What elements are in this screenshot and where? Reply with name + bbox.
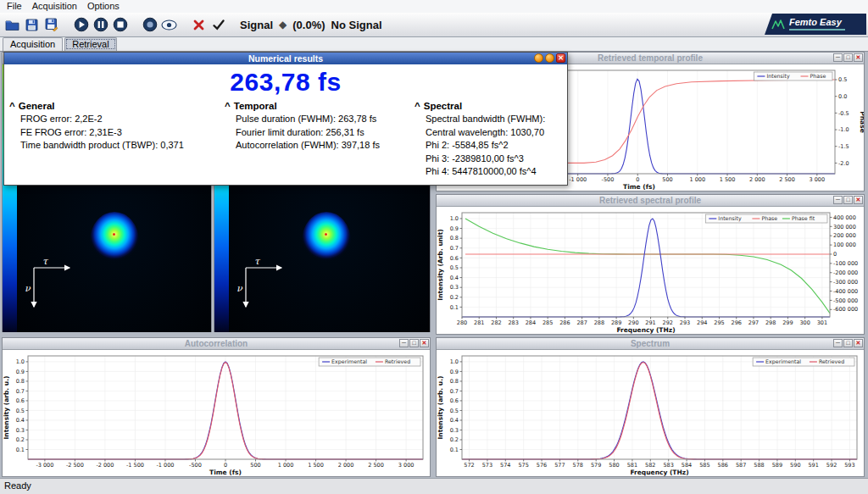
svg-text:582: 582 [645, 462, 655, 469]
svg-text:-1.5: -1.5 [838, 143, 849, 150]
close-button[interactable]: ✕ [420, 339, 429, 347]
svg-text:Retrieved: Retrieved [819, 358, 844, 364]
panel-titlebar[interactable]: Retrieved spectral profile ─ □ ✕ [437, 195, 864, 207]
minimize-button[interactable]: ─ [833, 53, 843, 62]
panel-autocorrelation: Autocorrelation ─ □ ✕ -3 000-2 500-2 000… [2, 337, 431, 477]
minimize-button[interactable] [534, 53, 543, 63]
view-button[interactable] [159, 15, 179, 35]
collapse-caret[interactable]: ^ [415, 101, 420, 111]
maximize-button[interactable]: □ [843, 53, 853, 62]
tab-acquisition[interactable]: Acquisition [3, 37, 63, 51]
svg-text:292: 292 [663, 319, 673, 326]
open-button[interactable] [3, 15, 22, 35]
start-button[interactable] [71, 15, 91, 35]
result-line: Fourier limit duration: 256,31 fs [225, 126, 415, 140]
retrieved-spectral-profile-chart[interactable]: 2802812822832842852862872882892902912922… [437, 207, 864, 335]
svg-text:298: 298 [765, 319, 776, 326]
svg-text:1.0: 1.0 [450, 215, 459, 222]
results-section-general: ^GeneralFROG error: 2,2E-2FE FROG error:… [9, 101, 225, 179]
svg-text:575: 575 [518, 462, 528, 469]
save-button[interactable] [22, 15, 42, 35]
panel-titlebar[interactable]: Spectrum ─ □ ✕ [437, 338, 864, 350]
svg-text:573: 573 [482, 462, 492, 469]
panel-titlebar[interactable]: Autocorrelation ─ □ ✕ [3, 338, 430, 350]
svg-text:1 000: 1 000 [278, 462, 294, 469]
svg-text:574: 574 [500, 462, 510, 469]
window-body: 263,78 fs ^GeneralFROG error: 2,2E-2FE F… [4, 68, 567, 179]
svg-text:294: 294 [697, 319, 707, 326]
svg-text:287: 287 [576, 319, 587, 326]
collapse-caret[interactable]: ^ [225, 101, 231, 111]
maximize-button[interactable]: □ [843, 196, 853, 204]
close-button[interactable]: ✕ [854, 196, 863, 204]
svg-text:Phase: Phase [859, 111, 864, 132]
save-as-button[interactable] [42, 15, 61, 35]
minimize-button[interactable]: ─ [399, 339, 409, 347]
svg-text:1.0: 1.0 [16, 358, 25, 365]
svg-text:Phase fit: Phase fit [792, 215, 815, 221]
result-line: Central wavelength: 1030,70 [415, 126, 562, 140]
svg-text:583: 583 [663, 462, 673, 469]
svg-text:296: 296 [732, 319, 742, 326]
minimize-button[interactable]: ─ [833, 196, 843, 204]
record-circle-icon [142, 17, 158, 32]
close-button[interactable]: ✕ [556, 53, 565, 63]
svg-text:593: 593 [844, 462, 854, 469]
minimize-button[interactable]: ─ [833, 339, 843, 347]
svg-text:Intensity (arb. u.): Intensity (arb. u.) [437, 376, 444, 440]
svg-text:0.9: 0.9 [16, 369, 25, 375]
autocorrelation-chart[interactable]: -3 000-2 500-2 000-1 500-1 000-50005001 … [3, 350, 430, 477]
svg-text:Phase: Phase [761, 215, 777, 221]
maximize-button[interactable]: □ [409, 339, 419, 347]
nu-axis-label: ν [25, 283, 31, 294]
menu-item-file[interactable]: File [2, 0, 27, 13]
svg-text:293: 293 [680, 319, 690, 326]
svg-text:285: 285 [542, 319, 553, 326]
main-area: τ ν τ ν Retri [0, 52, 868, 479]
svg-text:0: 0 [224, 462, 227, 469]
svg-text:592: 592 [826, 462, 837, 469]
svg-text:0.1: 0.1 [450, 304, 459, 311]
spectrum-chart[interactable]: 5725735745755765775785795805815825835845… [437, 350, 864, 477]
collapse-caret[interactable]: ^ [9, 101, 15, 111]
svg-text:Intensity (arb. u.): Intensity (arb. u.) [3, 376, 10, 440]
frog-trace-blob [90, 212, 139, 278]
menu-item-options[interactable]: Options [82, 0, 125, 13]
result-line: Autocorrelation (FWHM): 397,18 fs [225, 139, 415, 153]
svg-text:586: 586 [718, 462, 728, 469]
svg-text:300: 300 [799, 319, 810, 326]
menu-item-acquisition[interactable]: Acquisition [27, 0, 82, 13]
stop-button[interactable] [110, 15, 130, 35]
svg-text:0.7: 0.7 [450, 245, 459, 252]
svg-text:0.5: 0.5 [838, 76, 847, 83]
femto-easy-logo: Femto Easy [765, 14, 866, 35]
cancel-button[interactable] [189, 15, 209, 35]
play-circle-icon [74, 17, 89, 32]
svg-text:-300 000: -300 000 [833, 279, 858, 286]
svg-text:2 500: 2 500 [779, 176, 795, 183]
record-button[interactable] [140, 15, 159, 35]
window-titlebar[interactable]: Numerical results ✕ [4, 53, 567, 64]
single-acquisition-button[interactable] [91, 15, 110, 35]
tau-axis-label: τ [42, 256, 49, 267]
svg-text:0: 0 [833, 251, 837, 258]
svg-text:-1 000: -1 000 [569, 176, 587, 183]
panel-spectrum: Spectrum ─ □ ✕ 5725735745755765775785795… [436, 337, 865, 477]
main-pulse-duration: 263,78 fs [4, 68, 567, 97]
panel-title: Retrieved temporal profile [598, 53, 703, 63]
menu-bar: FileAcquisitionOptions [0, 0, 868, 13]
section-header: ^Temporal [225, 101, 415, 111]
close-button[interactable]: ✕ [854, 53, 863, 62]
result-line: Spectral bandwidth (FWHM): [415, 113, 562, 126]
result-line: FROG error: 2,2E-2 [9, 113, 225, 126]
svg-text:-0.5: -0.5 [838, 110, 849, 117]
signal-label: Signal [240, 19, 273, 31]
close-button[interactable]: ✕ [854, 339, 863, 347]
validate-button[interactable] [209, 15, 228, 35]
result-line: Time bandwidth product (TBWP): 0,371 [9, 139, 225, 153]
maximize-button[interactable]: □ [843, 339, 853, 347]
maximize-button[interactable] [545, 53, 554, 63]
svg-text:590: 590 [790, 462, 800, 469]
svg-text:0.1: 0.1 [16, 447, 25, 453]
tab-retrieval[interactable]: Retrieval [64, 37, 116, 51]
